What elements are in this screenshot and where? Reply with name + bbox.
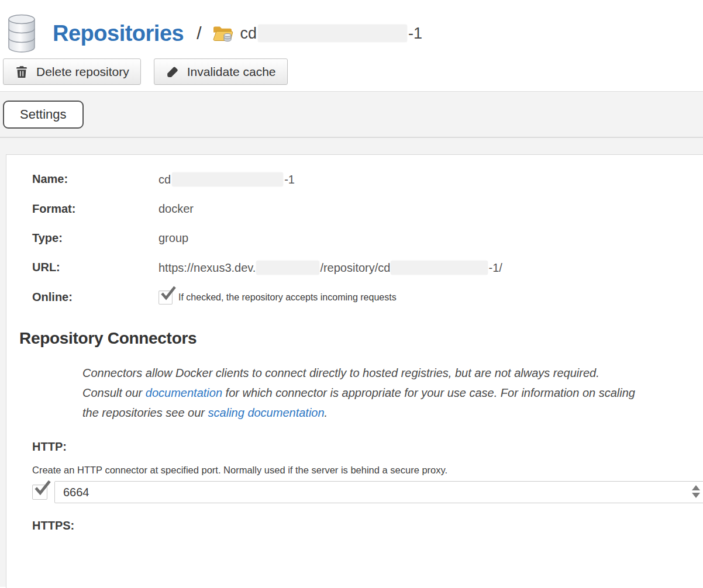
- name-value-prefix: cd: [158, 173, 171, 186]
- format-value: docker: [158, 202, 194, 216]
- up-down-arrows-icon[interactable]: [692, 485, 700, 498]
- name-value: cd -1: [158, 172, 295, 186]
- step-down-arrow[interactable]: [692, 493, 700, 498]
- format-label: Format:: [32, 202, 158, 216]
- http-port-row: [32, 481, 703, 503]
- page-header: Repositories / cd -1: [0, 0, 703, 58]
- online-help-text: If checked, the repository accepts incom…: [178, 292, 397, 303]
- url-part2: /repository/cd: [320, 261, 390, 275]
- http-enabled-checkbox[interactable]: [32, 485, 47, 500]
- online-label: Online:: [32, 290, 158, 304]
- url-part1: https://nexus3.dev.: [158, 261, 256, 275]
- documentation-link[interactable]: documentation: [146, 386, 222, 399]
- name-value-suffix: -1: [284, 173, 295, 186]
- field-row-format: Format: docker: [32, 202, 703, 216]
- trash-icon: [15, 65, 29, 79]
- type-label: Type:: [32, 231, 158, 245]
- settings-panel: Name: cd -1 Format: docker Type: group U…: [6, 154, 703, 588]
- redaction-block: [391, 261, 488, 275]
- url-label: URL:: [32, 261, 158, 274]
- desc-part3: .: [325, 406, 328, 419]
- online-value: If checked, the repository accepts incom…: [158, 290, 397, 305]
- tab-settings[interactable]: Settings: [3, 101, 84, 129]
- delete-repository-button[interactable]: Delete repository: [3, 58, 141, 85]
- breadcrumb-separator: /: [197, 23, 201, 43]
- redaction-block: [172, 172, 283, 186]
- redaction-block: [258, 25, 407, 42]
- name-label: Name:: [32, 172, 158, 186]
- field-row-name: Name: cd -1: [32, 172, 703, 186]
- field-row-url: URL: https://nexus3.dev. /repository/cd …: [32, 261, 703, 275]
- redaction-block: [256, 261, 319, 275]
- tab-bar: Settings: [0, 91, 703, 138]
- checkmark-icon: [160, 286, 176, 302]
- delete-repository-label: Delete repository: [36, 65, 129, 79]
- https-label: HTTPS:: [32, 519, 703, 532]
- step-up-arrow[interactable]: [692, 485, 700, 490]
- http-port-input[interactable]: [54, 481, 703, 503]
- page-title: Repositories: [53, 21, 184, 46]
- eraser-icon: [166, 65, 180, 79]
- http-label: HTTP:: [32, 440, 703, 454]
- type-value: group: [158, 231, 188, 245]
- breadcrumb-repo-name: cd -1: [240, 25, 423, 43]
- toolbar: Delete repository Invalidate cache: [0, 58, 703, 91]
- repo-name-suffix: -1: [408, 25, 422, 43]
- invalidate-cache-label: Invalidate cache: [187, 65, 276, 79]
- invalidate-cache-button[interactable]: Invalidate cache: [154, 58, 288, 85]
- http-port-input-wrap: [54, 481, 703, 503]
- connectors-description: Connectors allow Docker clients to conne…: [82, 363, 635, 423]
- field-row-type: Type: group: [32, 231, 703, 245]
- repository-connectors-heading: Repository Connectors: [19, 329, 703, 348]
- url-value: https://nexus3.dev. /repository/cd -1/: [158, 261, 502, 275]
- scaling-documentation-link[interactable]: scaling documentation: [208, 406, 325, 419]
- content-area: Name: cd -1 Format: docker Type: group U…: [0, 138, 703, 587]
- online-checkbox[interactable]: [158, 290, 173, 305]
- folder-database-icon: [212, 24, 233, 43]
- http-help-text: Create an HTTP connector at specified po…: [32, 465, 703, 476]
- field-row-online: Online: If checked, the repository accep…: [32, 290, 703, 305]
- database-icon: [6, 14, 37, 53]
- checkmark-icon: [33, 480, 51, 497]
- repo-name-prefix: cd: [240, 25, 257, 43]
- url-part3: -1/: [488, 261, 502, 275]
